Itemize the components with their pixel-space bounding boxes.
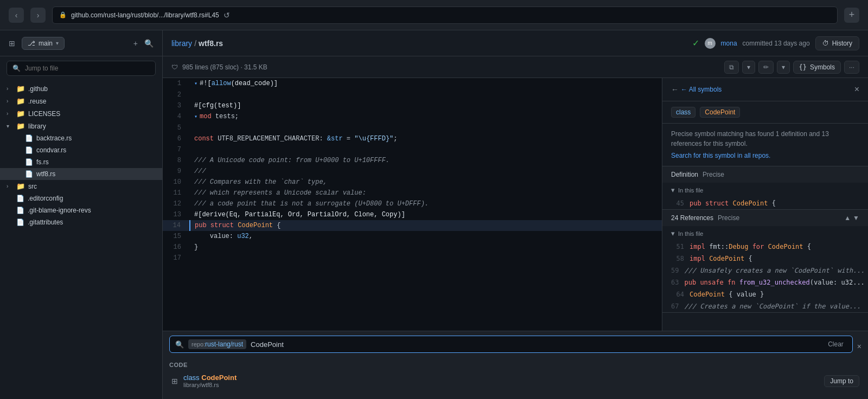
search-button[interactable]: 🔍 [142, 37, 156, 50]
back-to-symbols-button[interactable]: ← ← All symbols [671, 85, 722, 94]
definition-section-header: Definition Precise [662, 166, 868, 183]
tree-item-label: fs.rs [36, 158, 49, 166]
tree-item-wtf8[interactable]: › 📄 wtf8.rs [0, 168, 162, 180]
tree-item-github[interactable]: › 📁 .github [0, 82, 162, 95]
back-button[interactable]: ‹ [9, 8, 24, 23]
tree-item-condvar[interactable]: › 📄 condvar.rs [0, 144, 162, 156]
main-content: library / wtf8.rs ✓ m mona committed 13 … [163, 30, 868, 399]
expand-down-button[interactable]: ▼ [853, 214, 859, 222]
search-input[interactable] [251, 340, 820, 349]
file-icon: 📄 [16, 195, 24, 202]
symbol-name-badge: CodePoint [700, 107, 740, 118]
edit-chevron-button[interactable]: ▾ [777, 61, 790, 74]
tree-item-library[interactable]: ▾ 📁 library [0, 120, 162, 132]
tree-item-fs[interactable]: › 📄 fs.rs [0, 156, 162, 168]
sidebar-toggle-button[interactable]: ⊞ [7, 37, 17, 50]
line-number: 10 [163, 177, 190, 188]
file-info-text: 985 lines (875 sloc) · 31.5 KB [182, 63, 267, 71]
def-collapse-icon[interactable]: ▾ [671, 186, 675, 194]
tree-item-backtrace[interactable]: › 📄 backtrace.rs [0, 132, 162, 144]
tree-item-gitattributes[interactable]: › 📄 .gitattributes [0, 216, 162, 228]
ref-item-64[interactable]: 64 CodePoint { value } [662, 288, 868, 300]
back-label: ← All symbols [681, 86, 722, 93]
browser-chrome: ‹ › 🔒 github.com/rust-lang/rust/blob/...… [0, 0, 868, 30]
ref-item-67[interactable]: 67 /// Creates a new `CodePoint` if the … [662, 300, 868, 312]
result-class-icon: ⊞ [171, 377, 178, 385]
clear-button[interactable]: Clear [825, 339, 847, 349]
symbol-description: Precise symbol matching has found 1 defi… [662, 124, 868, 166]
branch-selector[interactable]: ⎇ main ▾ [22, 37, 65, 50]
tree-item-editorconfig[interactable]: › 📄 .editorconfig [0, 192, 162, 204]
expand-buttons: ▲ ▼ [844, 214, 859, 222]
repo-name: rust-lang/rust [205, 340, 243, 348]
ref-code: /// Unsafely creates a new `CodePoint` w… [684, 267, 864, 274]
jump-to-file-wrap[interactable]: 🔍 [7, 61, 156, 76]
tree-item-reuse[interactable]: › 📁 .reuse [0, 95, 162, 107]
tree-item-licenses[interactable]: › 📁 LICENSES [0, 107, 162, 120]
add-file-button[interactable]: + [131, 37, 140, 50]
references-section: 24 References Precise ▲ ▼ ▾ In this file… [662, 210, 868, 313]
line-number: 14 [163, 220, 190, 231]
history-button[interactable]: ⏱ History [815, 36, 859, 50]
file-icon: 📄 [16, 207, 24, 214]
more-options-button[interactable]: ··· [844, 61, 859, 74]
sidebar-actions: + 🔍 [131, 37, 156, 50]
ref-item-58[interactable]: 58 impl CodePoint { [662, 253, 868, 265]
breadcrumb-library-link[interactable]: library [171, 39, 192, 48]
chevron-right-icon: › [7, 86, 13, 92]
definition-badge: Precise [703, 171, 724, 178]
commit-text: committed 13 days ago [743, 40, 810, 47]
line-number: 3 [163, 100, 190, 111]
chevron-down-icon: ▾ [782, 63, 785, 71]
close-panel-button[interactable]: × [854, 85, 859, 94]
forward-button[interactable]: › [30, 8, 46, 23]
symbol-title-row: class CodePoint [662, 101, 868, 124]
chevron-right-icon: › [7, 98, 13, 104]
tree-item-gitblame[interactable]: › 📄 .git-blame-ignore-revs [0, 204, 162, 216]
address-bar[interactable]: 🔒 github.com/rust-lang/rust/blob/.../lib… [52, 7, 838, 24]
collapse-icon[interactable]: ▾ [194, 81, 197, 87]
avatar: m [705, 38, 716, 49]
history-label: History [832, 40, 852, 47]
expand-up-button[interactable]: ▲ [844, 214, 851, 222]
definition-ref-item[interactable]: 45 pub struct CodePoint { [662, 197, 868, 209]
search-result-item[interactable]: ⊞ class CodePoint library/wtf8.rs Jump t… [169, 369, 861, 392]
symbols-button[interactable]: {} Symbols [793, 61, 841, 74]
ref-code: impl fmt::Debug for CodePoint { [690, 243, 811, 250]
folder-icon: 📁 [16, 97, 25, 105]
jump-to-file-input[interactable] [25, 65, 150, 72]
refs-collapse-icon[interactable]: ▾ [671, 229, 675, 237]
file-info-bar: 🛡 985 lines (875 sloc) · 31.5 KB ⧉ ▾ ✏ ▾… [163, 56, 868, 78]
refs-in-file-header: ▾ In this file [662, 226, 868, 241]
copy-icon: ⧉ [729, 63, 734, 71]
references-badge: Precise [718, 214, 739, 222]
author-name[interactable]: mona [721, 40, 737, 47]
search-all-repos-link[interactable]: Search for this symbol in all repos. [671, 151, 859, 160]
result-info: class CodePoint library/wtf8.rs [183, 374, 237, 388]
ref-item-51[interactable]: 51 impl fmt::Debug for CodePoint { [662, 241, 868, 253]
ref-item-59[interactable]: 59 /// Unsafely creates a new `CodePoint… [662, 265, 868, 276]
tree-item-label: .github [28, 85, 48, 93]
folder-icon: 📁 [16, 182, 25, 190]
edit-button[interactable]: ✏ [758, 61, 774, 74]
chevron-down-icon: ▾ [747, 63, 750, 71]
file-icon: 📄 [25, 170, 33, 178]
repo-prefix: repo: [192, 341, 205, 347]
refs-in-file-label: In this file [678, 230, 703, 237]
line-number: 13 [163, 209, 190, 220]
ref-item-63[interactable]: 63 pub unsafe fn from_u32_unchecked(valu… [662, 276, 868, 288]
collapse-icon[interactable]: ▾ [194, 114, 197, 120]
line-number: 9 [163, 166, 190, 177]
copy-chevron-button[interactable]: ▾ [742, 61, 755, 74]
copy-button[interactable]: ⧉ [724, 61, 739, 74]
lock-icon: 🔒 [59, 11, 67, 18]
refresh-button[interactable]: ↺ [224, 11, 230, 20]
tree-item-src[interactable]: › 📁 src [0, 180, 162, 192]
new-tab-button[interactable]: + [844, 8, 859, 23]
file-tree: › 📁 .github › 📁 .reuse › 📁 LICENSES ▾ 📁 … [0, 80, 162, 399]
def-in-file-label: In this file [678, 187, 703, 194]
ref-line-num: 63 [671, 279, 679, 286]
search-icon: 🔍 [144, 39, 154, 48]
jump-to-button[interactable]: Jump to [824, 375, 859, 387]
close-search-button[interactable]: × [857, 342, 861, 351]
